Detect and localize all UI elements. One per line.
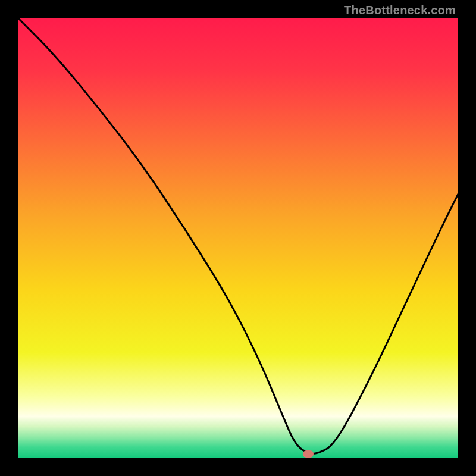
optimal-marker	[303, 450, 314, 458]
plot-area	[18, 18, 458, 458]
chart-container: TheBottleneck.com	[0, 0, 476, 476]
curve-path	[18, 18, 458, 454]
bottleneck-curve	[18, 18, 458, 458]
watermark-text: TheBottleneck.com	[344, 4, 456, 17]
